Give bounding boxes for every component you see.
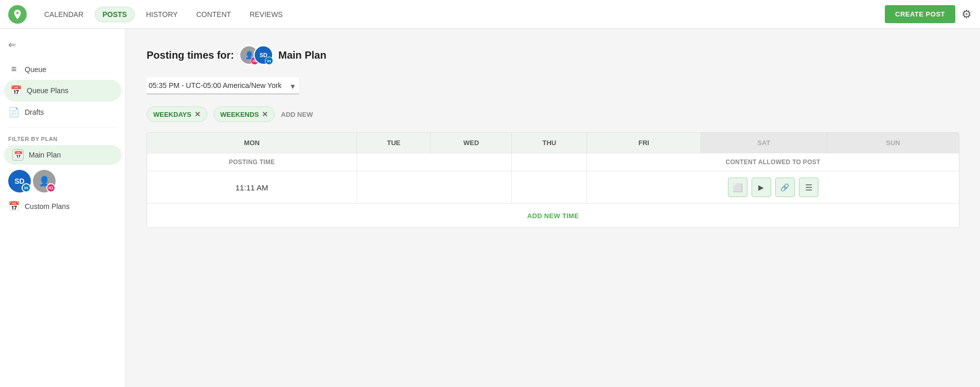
sidebar-queue-plans-label: Queue Plans [27, 86, 68, 95]
sidebar: ⇐ ≡ Queue 📅 Queue Plans 📄 Drafts FILTER … [0, 29, 126, 387]
table-header-row: MON TUE WED THU FRI SAT SUN [147, 133, 959, 153]
col-sat: SAT [701, 133, 827, 153]
content-allowed-label: CONTENT ALLOWED TO POST [587, 153, 959, 171]
custom-plans-icon: 📅 [8, 201, 20, 212]
main-plan-label: Main Plan [29, 151, 61, 159]
add-new-time-row: ADD NEW TIME [147, 204, 959, 228]
topnav: CALENDAR POSTS HISTORY CONTENT REVIEWS C… [0, 0, 980, 29]
content-icons: ⬜ ▶ 🔗 ☰ [587, 171, 959, 203]
plan-icon: 📅 [12, 149, 24, 161]
app-logo[interactable] [8, 5, 27, 24]
tag-weekdays[interactable]: WEEKDAYS ✕ [147, 107, 207, 122]
schedule-table: MON TUE WED THU FRI SAT SUN POSTING TIME [147, 133, 959, 227]
instagram-badge: IG [46, 183, 56, 192]
text-icon: ☰ [805, 183, 812, 192]
table-time-row: 11:11 AM ⬜ ▶ [147, 171, 959, 204]
header-account-avatars: 👤 IG SD in [239, 45, 273, 65]
account-avatars: SD in 👤 IG [0, 166, 126, 197]
gear-icon: ⚙ [961, 8, 972, 21]
timezone-selector-wrap: 05:35 PM - UTC-05:00 America/New York ▾ [147, 77, 299, 94]
nav-calendar[interactable]: CALENDAR [37, 7, 91, 22]
sidebar-item-queue-plans[interactable]: 📅 Queue Plans [4, 80, 121, 101]
drafts-icon: 📄 [8, 107, 20, 118]
nav-links: CALENDAR POSTS HISTORY CONTENT REVIEWS [37, 7, 885, 22]
link-icon: 🔗 [780, 183, 789, 191]
posting-time-label: POSTING TIME [147, 153, 357, 171]
sidebar-plan-main[interactable]: 📅 Main Plan [4, 145, 121, 165]
linkedin-avatar[interactable]: SD in [8, 170, 31, 192]
tag-weekends-label: WEEKENDS [220, 111, 259, 118]
queue-icon: ≡ [8, 64, 20, 75]
table-labels-row: POSTING TIME CONTENT ALLOWED TO POST [147, 153, 959, 171]
image-icon: ⬜ [733, 183, 743, 192]
sidebar-drafts-label: Drafts [25, 108, 44, 116]
create-post-button[interactable]: CREATE POST [885, 5, 955, 23]
nav-history[interactable]: HISTORY [139, 7, 185, 22]
sidebar-item-drafts[interactable]: 📄 Drafts [0, 101, 126, 123]
sidebar-divider [8, 127, 117, 128]
tag-weekdays-label: WEEKDAYS [153, 111, 191, 118]
schedule-table-wrap: MON TUE WED THU FRI SAT SUN POSTING TIME [147, 132, 959, 228]
queue-plans-icon: 📅 [10, 85, 22, 96]
col-sun: SUN [827, 133, 959, 153]
col-fri: FRI [587, 133, 701, 153]
posting-time-value: 11:11 AM [147, 171, 357, 204]
tag-weekends-close[interactable]: ✕ [262, 110, 268, 118]
image-content-icon-button[interactable]: ⬜ [728, 178, 747, 197]
sidebar-item-queue[interactable]: ≡ Queue [0, 59, 126, 80]
nav-content[interactable]: CONTENT [189, 7, 238, 22]
add-new-time-link[interactable]: ADD NEW TIME [527, 212, 579, 220]
nav-posts[interactable]: POSTS [95, 7, 134, 22]
topnav-actions: CREATE POST ⚙ [885, 5, 972, 23]
video-content-icon-button[interactable]: ▶ [752, 178, 771, 197]
add-new-link[interactable]: ADD NEW [281, 111, 313, 118]
col-tue: TUE [357, 133, 430, 153]
col-thu: THU [512, 133, 587, 153]
video-icon: ▶ [758, 183, 764, 191]
col-mon: MON [147, 133, 357, 153]
content-area: Posting times for: 👤 IG SD in Main Plan … [126, 29, 980, 387]
collapse-icon: ⇐ [8, 39, 16, 50]
sidebar-item-custom-plans[interactable]: 📅 Custom Plans [0, 197, 126, 216]
filter-by-plan-label: FILTER BY PLAN [0, 132, 126, 144]
instagram-avatar[interactable]: 👤 IG [33, 170, 56, 192]
link-content-icon-button[interactable]: 🔗 [775, 178, 795, 197]
sidebar-queue-label: Queue [25, 65, 46, 74]
timezone-select[interactable]: 05:35 PM - UTC-05:00 America/New York [147, 77, 299, 94]
text-content-icon-button[interactable]: ☰ [799, 178, 818, 197]
header-avatar-blue[interactable]: SD in [254, 45, 273, 65]
sidebar-collapse-button[interactable]: ⇐ [0, 35, 24, 55]
tags-row: WEEKDAYS ✕ WEEKENDS ✕ ADD NEW [147, 107, 959, 122]
tag-weekends[interactable]: WEEKENDS ✕ [213, 107, 275, 122]
tag-weekdays-close[interactable]: ✕ [194, 110, 201, 118]
posting-times-header: Posting times for: 👤 IG SD in Main Plan [147, 45, 959, 65]
sidebar-nav: ≡ Queue 📅 Queue Plans 📄 Drafts [0, 59, 126, 123]
nav-reviews[interactable]: REVIEWS [242, 7, 290, 22]
main-layout: ⇐ ≡ Queue 📅 Queue Plans 📄 Drafts FILTER … [0, 29, 980, 387]
plan-title: Main Plan [278, 49, 326, 61]
custom-plans-label: Custom Plans [25, 202, 69, 210]
posting-times-prefix: Posting times for: [147, 49, 234, 61]
col-wed: WED [431, 133, 512, 153]
linkedin-badge: in [22, 183, 31, 192]
header-linkedin-badge: in [265, 57, 273, 65]
settings-button[interactable]: ⚙ [961, 8, 972, 21]
